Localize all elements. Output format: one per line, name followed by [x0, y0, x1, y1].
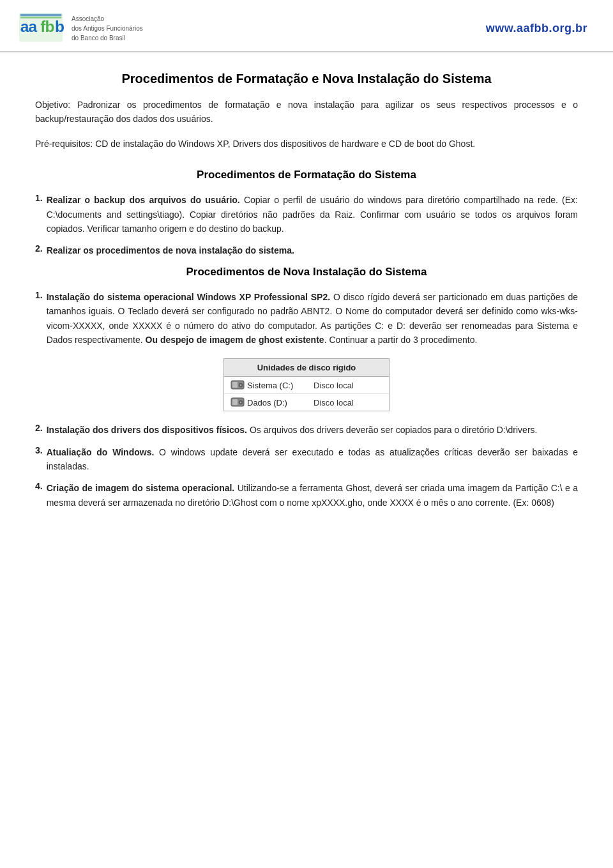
disk-name-2: Dados (D:) [231, 397, 301, 407]
item-content: Realizar o backup dos arquivos do usuári… [47, 193, 578, 236]
section2-title: Procedimentos de Nova Instalação do Sist… [35, 266, 578, 278]
item-number: 2. [35, 423, 43, 433]
svg-text:b: b [55, 18, 64, 35]
content: Procedimentos de Formatação e Nova Insta… [0, 52, 613, 543]
page-title: Procedimentos de Formatação e Nova Insta… [35, 72, 578, 86]
item-content: Realizar os procedimentos de nova instal… [47, 243, 294, 257]
item-content: Instalação do sistema operacional Window… [47, 290, 578, 347]
disk-icon-2 [231, 397, 245, 407]
disk-table-wrapper: Unidades de disco rígido Sistema (C:) Di… [35, 358, 578, 411]
svg-point-9 [240, 385, 241, 386]
item-bold: Instalação dos drivers dos dispositivos … [47, 425, 247, 435]
item-number: 3. [35, 445, 43, 455]
svg-rect-11 [232, 399, 238, 405]
item-number: 2. [35, 243, 43, 254]
disk-table-header: Unidades de disco rígido [224, 359, 389, 377]
item-content: Instalação dos drivers dos dispositivos … [47, 423, 538, 437]
item-content: Criação de imagem do sistema operacional… [47, 481, 578, 510]
svg-text:fb: fb [40, 18, 54, 35]
disk-name-1: Sistema (C:) [231, 380, 301, 390]
logo-text: Associação dos Antigos Funcionários do B… [72, 14, 143, 43]
website-url: www.aafbb.org.br [486, 22, 587, 35]
disk-type-2: Disco local [314, 398, 354, 407]
svg-rect-4 [20, 14, 62, 17]
svg-text:aa: aa [20, 18, 38, 35]
disk-icon-1 [231, 380, 245, 390]
header: aa fb b Associação dos Antigos Funcionár… [0, 0, 613, 52]
disk-label-2: Dados (D:) [247, 398, 287, 407]
disk-label-1: Sistema (C:) [247, 381, 293, 390]
item-bold: Realizar o backup dos arquivos do usuári… [47, 195, 240, 205]
prereq-text: Pré-requisitos: CD de instalação do Wind… [35, 137, 578, 151]
section2-item-3: 3. Atualiação do Windows. O windows upda… [35, 445, 578, 474]
intro-text: Objetivo: Padronizar os procedimentos de… [35, 98, 578, 126]
item-bold: Criação de imagem do sistema operacional… [47, 483, 235, 493]
bold-inline: Ou despejo de imagem de ghost existente [146, 335, 324, 345]
item-bold: Instalação do sistema operacional Window… [47, 292, 330, 302]
section2-item-1: 1. Instalação do sistema operacional Win… [35, 290, 578, 347]
section2-item-2: 2. Instalação dos drivers dos dispositiv… [35, 423, 578, 437]
section1-item-2: 2. Realizar os procedimentos de nova ins… [35, 243, 578, 257]
page: aa fb b Associação dos Antigos Funcionár… [0, 0, 613, 868]
item-content: Atualiação do Windows. O windows update … [47, 445, 578, 474]
item-number: 1. [35, 193, 43, 203]
section1-item-1: 1. Realizar o backup dos arquivos do usu… [35, 193, 578, 236]
item-number: 4. [35, 481, 43, 491]
svg-rect-7 [232, 382, 238, 388]
section2-item-4: 4. Criação de imagem do sistema operacio… [35, 481, 578, 510]
aafbb-logo-icon: aa fb b [19, 11, 64, 45]
item-text: Os arquivos dos drivers deverão ser copi… [247, 425, 537, 435]
disk-table-row-1: Sistema (C:) Disco local [224, 377, 389, 394]
section1-title: Procedimentos de Formatação do Sistema [35, 169, 578, 181]
svg-rect-5 [20, 17, 62, 19]
item-number: 1. [35, 290, 43, 300]
logo-area: aa fb b Associação dos Antigos Funcionár… [19, 11, 143, 45]
disk-type-1: Disco local [314, 381, 354, 390]
disk-table: Unidades de disco rígido Sistema (C:) Di… [223, 358, 390, 411]
item-bold: Atualiação do Windows. [47, 447, 155, 457]
item-bold: Realizar os procedimentos de nova instal… [47, 245, 294, 255]
svg-point-13 [240, 402, 241, 403]
disk-table-row-2: Dados (D:) Disco local [224, 394, 389, 411]
